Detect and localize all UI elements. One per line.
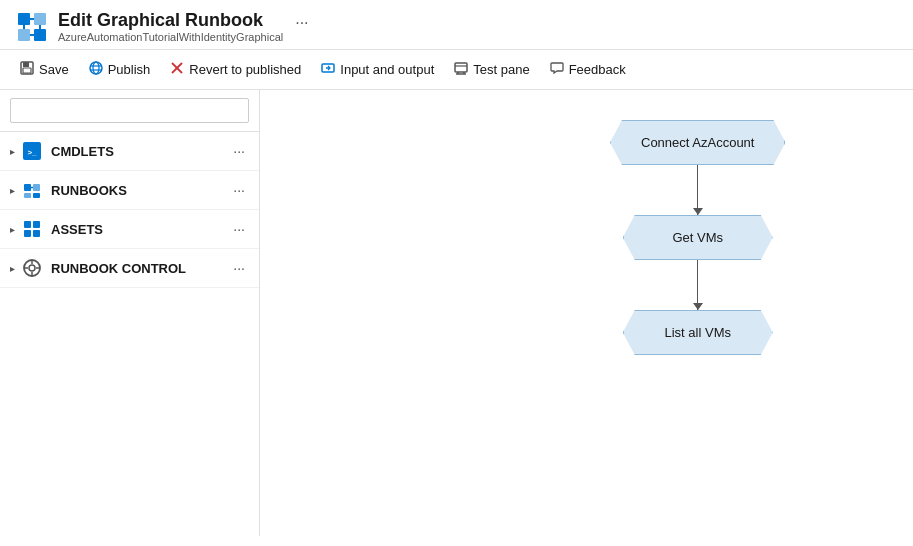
sidebar-item-assets[interactable]: ▸ ASSETS ··· <box>0 210 259 249</box>
flow-node-getvms[interactable]: Get VMs <box>623 215 773 260</box>
sidebar-item-runbookcontrol[interactable]: ▸ RUNBOOK CONTROL ··· <box>0 249 259 288</box>
runbookcontrol-icon <box>21 257 43 279</box>
canvas[interactable]: Connect AzAccount Get VMs List all VMs <box>260 90 913 536</box>
svg-rect-3 <box>34 29 46 41</box>
svg-rect-10 <box>23 68 31 73</box>
flow-arrow-1 <box>697 165 698 215</box>
sidebar-assets-label: ASSETS <box>51 222 229 237</box>
svg-rect-2 <box>18 29 30 41</box>
revert-button[interactable]: Revert to published <box>162 56 309 83</box>
flow-arrow-2 <box>697 260 698 310</box>
save-label: Save <box>39 62 69 77</box>
testpane-label: Test pane <box>473 62 529 77</box>
svg-rect-0 <box>18 13 30 25</box>
publish-icon <box>89 61 103 78</box>
chevron-icon: ▸ <box>10 263 15 274</box>
inputoutput-button[interactable]: Input and output <box>313 56 442 83</box>
sidebar-item-cmdlets[interactable]: ▸ >_ CMDLETS ··· <box>0 132 259 171</box>
svg-rect-1 <box>34 13 46 25</box>
assets-icon <box>21 218 43 240</box>
feedback-button[interactable]: Feedback <box>542 56 634 83</box>
publish-label: Publish <box>108 62 151 77</box>
svg-rect-32 <box>33 221 40 228</box>
runbooks-more-button[interactable]: ··· <box>229 180 249 200</box>
svg-point-11 <box>90 62 102 74</box>
feedback-label: Feedback <box>569 62 626 77</box>
flow-node-connect-label: Connect AzAccount <box>641 135 754 150</box>
chevron-icon: ▸ <box>10 185 15 196</box>
svg-rect-19 <box>455 63 467 72</box>
revert-label: Revert to published <box>189 62 301 77</box>
chevron-icon: ▸ <box>10 146 15 157</box>
sidebar-items: ▸ >_ CMDLETS ··· ▸ RUNBOOKS ··· ▸ <box>0 132 259 288</box>
testpane-button[interactable]: Test pane <box>446 56 537 83</box>
svg-rect-28 <box>24 193 31 198</box>
svg-point-36 <box>29 265 35 271</box>
flow-node-listvms-label: List all VMs <box>665 325 731 340</box>
cmdlets-more-button[interactable]: ··· <box>229 141 249 161</box>
sidebar-item-runbooks[interactable]: ▸ RUNBOOKS ··· <box>0 171 259 210</box>
inputoutput-label: Input and output <box>340 62 434 77</box>
search-input[interactable] <box>10 98 249 123</box>
save-button[interactable]: Save <box>12 56 77 83</box>
page-header: Edit Graphical Runbook AzureAutomationTu… <box>0 0 913 50</box>
svg-rect-33 <box>24 230 31 237</box>
svg-rect-29 <box>33 193 40 198</box>
svg-rect-9 <box>23 62 29 67</box>
runbookcontrol-more-button[interactable]: ··· <box>229 258 249 278</box>
sidebar-cmdlets-label: CMDLETS <box>51 144 229 159</box>
header-text: Edit Graphical Runbook AzureAutomationTu… <box>58 10 283 43</box>
flow-diagram: Connect AzAccount Get VMs List all VMs <box>610 120 785 355</box>
flow-node-connect[interactable]: Connect AzAccount <box>610 120 785 165</box>
assets-more-button[interactable]: ··· <box>229 219 249 239</box>
testpane-icon <box>454 61 468 78</box>
header-icon <box>16 11 48 43</box>
header-ellipsis-button[interactable]: ··· <box>295 14 308 32</box>
publish-button[interactable]: Publish <box>81 56 159 83</box>
svg-point-12 <box>93 62 99 74</box>
cmdlets-icon: >_ <box>21 140 43 162</box>
svg-rect-31 <box>24 221 31 228</box>
svg-text:>_: >_ <box>27 148 37 157</box>
toolbar: Save Publish Revert to published Input a… <box>0 50 913 90</box>
svg-rect-27 <box>33 184 40 191</box>
sidebar-runbookcontrol-label: RUNBOOK CONTROL <box>51 261 229 276</box>
feedback-icon <box>550 61 564 78</box>
revert-icon <box>170 61 184 78</box>
svg-rect-34 <box>33 230 40 237</box>
page-subtitle: AzureAutomationTutorialWithIdentityGraph… <box>58 31 283 43</box>
inputoutput-icon <box>321 61 335 78</box>
search-box[interactable] <box>0 90 259 132</box>
runbooks-icon <box>21 179 43 201</box>
main-area: ▸ >_ CMDLETS ··· ▸ RUNBOOKS ··· ▸ <box>0 90 913 536</box>
flow-node-listvms[interactable]: List all VMs <box>623 310 773 355</box>
svg-rect-26 <box>24 184 31 191</box>
chevron-icon: ▸ <box>10 224 15 235</box>
page-title: Edit Graphical Runbook <box>58 10 283 31</box>
save-icon <box>20 61 34 78</box>
sidebar-runbooks-label: RUNBOOKS <box>51 183 229 198</box>
sidebar: ▸ >_ CMDLETS ··· ▸ RUNBOOKS ··· ▸ <box>0 90 260 536</box>
flow-node-getvms-label: Get VMs <box>672 230 723 245</box>
